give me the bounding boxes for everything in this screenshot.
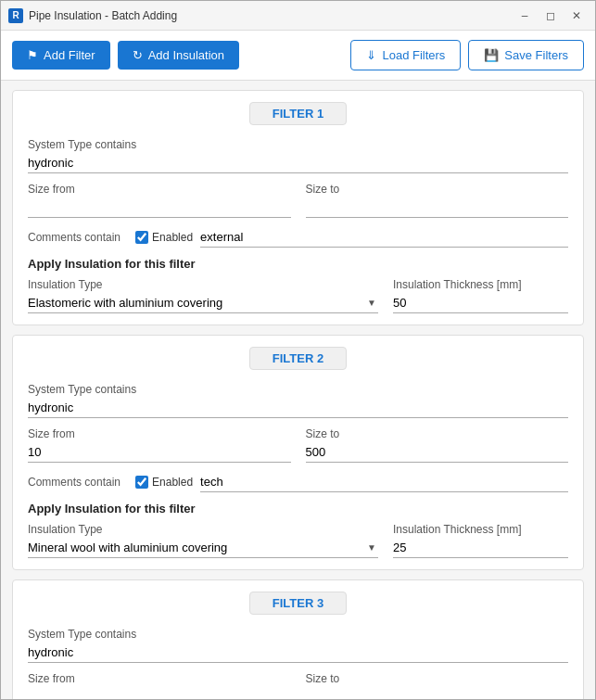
insulation-thickness-input-2[interactable] xyxy=(393,538,568,558)
system-type-row-1: System Type contains xyxy=(28,138,568,173)
system-type-input-3[interactable] xyxy=(28,643,568,663)
size-from-input-3[interactable] xyxy=(28,687,291,699)
comments-input-wrap-1 xyxy=(200,227,568,248)
size-to-label-1: Size to xyxy=(306,183,569,196)
insulation-type-select-wrap-2[interactable]: Elastomeric with aluminium coveringMiner… xyxy=(28,538,378,558)
insulation-type-select-1[interactable]: Elastomeric with aluminium coveringMiner… xyxy=(28,293,378,312)
insulation-type-label-1: Insulation Type xyxy=(28,278,378,291)
save-filters-label: Save Filters xyxy=(504,48,568,62)
insulation-thickness-input-1[interactable] xyxy=(393,293,568,313)
size-from-label-2: Size from xyxy=(28,427,291,440)
size-from-group-2: Size from xyxy=(28,427,291,463)
size-to-group-1: Size to xyxy=(306,183,569,218)
filter-header-2: FILTER 2 xyxy=(28,347,568,370)
size-to-input-3[interactable] xyxy=(306,687,569,699)
insulation-type-select-wrap-1[interactable]: Elastomeric with aluminium coveringMiner… xyxy=(28,293,378,313)
enabled-label-2: Enabled xyxy=(152,476,193,489)
system-type-group-3: System Type contains xyxy=(28,628,568,663)
add-insulation-label: Add Insulation xyxy=(148,48,224,62)
system-type-row-3: System Type contains xyxy=(28,628,568,663)
add-insulation-button[interactable]: ↻ Add Insulation xyxy=(118,41,239,70)
size-row-1: Size from Size to xyxy=(28,183,568,218)
filter-card-2: FILTER 2 System Type contains Size from … xyxy=(12,335,584,570)
size-from-input-2[interactable] xyxy=(28,442,291,463)
enabled-checkbox-wrap-1[interactable]: Enabled xyxy=(135,231,193,244)
size-to-label-3: Size to xyxy=(306,672,569,685)
add-filter-button[interactable]: ⚑ Add Filter xyxy=(12,41,110,70)
content-area[interactable]: FILTER 1 System Type contains Size from … xyxy=(1,81,595,699)
size-from-label-3: Size from xyxy=(28,672,291,685)
size-to-group-2: Size to xyxy=(306,427,569,463)
system-type-input-2[interactable] xyxy=(28,398,568,418)
save-filters-button[interactable]: 💾 Save Filters xyxy=(468,40,584,70)
toolbar: ⚑ Add Filter ↻ Add Insulation ⇓ Load Fil… xyxy=(1,31,595,81)
insulation-type-group-1: Insulation Type Elastomeric with alumini… xyxy=(28,278,378,313)
enabled-checkbox-1[interactable] xyxy=(135,231,148,244)
insulation-thickness-group-2: Insulation Thickness [mm] xyxy=(393,523,568,558)
system-type-group-2: System Type contains xyxy=(28,383,568,418)
add-filter-icon: ⚑ xyxy=(27,48,38,62)
system-type-group-1: System Type contains xyxy=(28,138,568,173)
add-filter-label: Add Filter xyxy=(44,48,95,62)
add-insulation-icon: ↻ xyxy=(133,48,143,62)
comments-row-1: Comments contain Enabled xyxy=(28,227,568,248)
insulation-type-group-2: Insulation Type Elastomeric with alumini… xyxy=(28,523,378,558)
filter-card-3: FILTER 3 System Type contains Size from … xyxy=(12,579,584,699)
comments-input-2[interactable] xyxy=(200,472,568,492)
insulation-thickness-group-1: Insulation Thickness [mm] xyxy=(393,278,568,313)
size-row-2: Size from Size to xyxy=(28,427,568,463)
system-type-input-1[interactable] xyxy=(28,153,568,173)
restore-button[interactable]: ◻ xyxy=(539,6,562,25)
filter-card-1: FILTER 1 System Type contains Size from … xyxy=(12,90,584,325)
filter-label-1: FILTER 1 xyxy=(249,102,347,125)
size-row-3: Size from Size to xyxy=(28,672,568,699)
filter-label-3: FILTER 3 xyxy=(249,592,347,615)
comments-input-1[interactable] xyxy=(200,227,568,248)
app-icon: R xyxy=(8,8,23,23)
insulation-thickness-label-1: Insulation Thickness [mm] xyxy=(393,278,568,291)
insulation-thickness-label-2: Insulation Thickness [mm] xyxy=(393,523,568,536)
main-window: R Pipe Insulation - Batch Adding – ◻ ✕ ⚑… xyxy=(0,0,596,700)
save-icon: 💾 xyxy=(484,48,499,62)
size-from-group-3: Size from xyxy=(28,672,291,699)
filter-header-1: FILTER 1 xyxy=(28,102,568,125)
insulation-type-label-2: Insulation Type xyxy=(28,523,378,536)
insulation-row-1: Insulation Type Elastomeric with alumini… xyxy=(28,278,568,313)
apply-label-1: Apply Insulation for this filter xyxy=(28,257,568,271)
close-button[interactable]: ✕ xyxy=(565,6,588,25)
comments-label-2: Comments contain xyxy=(28,476,120,489)
enabled-checkbox-2[interactable] xyxy=(135,476,148,489)
apply-label-2: Apply Insulation for this filter xyxy=(28,502,568,515)
minimize-button[interactable]: – xyxy=(514,6,536,25)
title-bar: R Pipe Insulation - Batch Adding – ◻ ✕ xyxy=(1,1,595,31)
insulation-type-select-2[interactable]: Elastomeric with aluminium coveringMiner… xyxy=(28,538,378,557)
filter-header-3: FILTER 3 xyxy=(28,592,568,615)
size-to-group-3: Size to xyxy=(306,672,569,699)
system-type-label-2: System Type contains xyxy=(28,383,568,396)
size-to-input-1[interactable] xyxy=(306,197,569,218)
system-type-row-2: System Type contains xyxy=(28,383,568,418)
window-controls: – ◻ ✕ xyxy=(514,6,588,25)
enabled-label-1: Enabled xyxy=(152,231,193,244)
insulation-row-2: Insulation Type Elastomeric with alumini… xyxy=(28,523,568,558)
comments-row-2: Comments contain Enabled xyxy=(28,472,568,492)
size-from-group-1: Size from xyxy=(28,183,291,218)
system-type-label-3: System Type contains xyxy=(28,628,568,641)
window-title: Pipe Insulation - Batch Adding xyxy=(29,9,514,22)
size-to-label-2: Size to xyxy=(306,427,569,440)
load-icon: ⇓ xyxy=(366,48,376,62)
size-from-label-1: Size from xyxy=(28,183,291,196)
load-filters-label: Load Filters xyxy=(382,48,445,62)
comments-input-wrap-2 xyxy=(200,472,568,492)
enabled-checkbox-wrap-2[interactable]: Enabled xyxy=(135,476,193,489)
size-from-input-1[interactable] xyxy=(28,197,291,218)
system-type-label-1: System Type contains xyxy=(28,138,568,151)
filter-label-2: FILTER 2 xyxy=(249,347,347,370)
comments-label-1: Comments contain xyxy=(28,231,120,244)
load-filters-button[interactable]: ⇓ Load Filters xyxy=(350,40,461,70)
size-to-input-2[interactable] xyxy=(306,442,569,463)
